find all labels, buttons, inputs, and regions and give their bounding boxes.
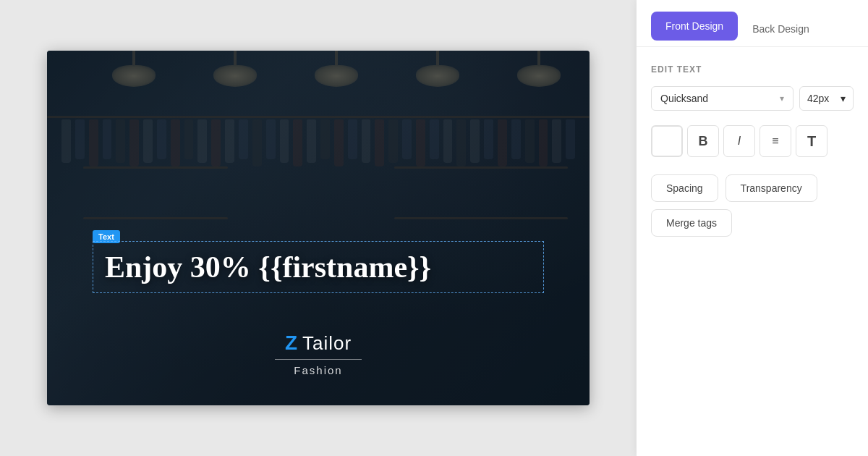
font-controls: Quicksand ▾ 42px ▾ bbox=[651, 86, 854, 111]
brand-name: Z Tailor bbox=[285, 332, 352, 355]
size-chevron-icon: ▾ bbox=[841, 93, 846, 104]
spacing-button[interactable]: Spacing bbox=[651, 174, 718, 202]
transparency-button[interactable]: Transparency bbox=[726, 174, 817, 202]
font-size-value: 42px bbox=[807, 93, 829, 104]
align-button[interactable]: ≡ bbox=[760, 125, 791, 157]
edit-text-label: EDIT TEXT bbox=[651, 64, 854, 75]
font-name-value: Quicksand bbox=[660, 93, 708, 104]
selected-text-box[interactable]: Enjoy 30% {{firstname}} bbox=[93, 241, 544, 293]
panel-content: EDIT TEXT Quicksand ▾ 42px ▾ B I ≡ T Spa… bbox=[637, 47, 868, 456]
tab-bar: Front Design Back Design bbox=[637, 0, 868, 47]
tab-back-design[interactable]: Back Design bbox=[738, 12, 824, 46]
tag-buttons: Spacing Transparency Merge tags bbox=[651, 174, 854, 237]
brand-letter: Z bbox=[285, 332, 298, 355]
right-panel: Front Design Back Design EDIT TEXT Quick… bbox=[637, 0, 868, 456]
font-chevron-icon: ▾ bbox=[780, 93, 784, 104]
font-size-select[interactable]: 42px ▾ bbox=[799, 86, 854, 111]
main-text: Enjoy 30% {{firstname}} bbox=[105, 249, 532, 285]
color-picker-swatch[interactable] bbox=[651, 125, 683, 157]
italic-button[interactable]: I bbox=[723, 125, 755, 157]
format-controls: B I ≡ T bbox=[651, 125, 854, 157]
brand-divider bbox=[275, 359, 362, 360]
font-family-select[interactable]: Quicksand ▾ bbox=[651, 86, 793, 111]
canvas-area: Text Enjoy 30% {{firstname}} Z Tailor Fa… bbox=[0, 0, 637, 456]
brand-subtitle: Fashion bbox=[294, 364, 342, 376]
card-container[interactable]: Text Enjoy 30% {{firstname}} Z Tailor Fa… bbox=[47, 51, 590, 405]
text-size-button[interactable]: T bbox=[796, 125, 827, 157]
brand-word: Tailor bbox=[302, 332, 352, 355]
bold-button[interactable]: B bbox=[687, 125, 719, 157]
merge-tags-button[interactable]: Merge tags bbox=[651, 209, 732, 237]
brand-area: Z Tailor Fashion bbox=[47, 332, 590, 376]
tab-front-design[interactable]: Front Design bbox=[651, 12, 738, 41]
